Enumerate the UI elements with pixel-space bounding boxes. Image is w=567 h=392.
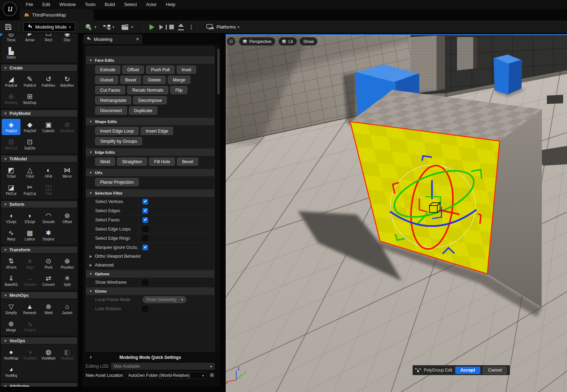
- checkbox-select-edges[interactable]: [142, 208, 148, 214]
- save-button[interactable]: [5, 20, 12, 33]
- play-button[interactable]: [150, 20, 154, 33]
- checkbox-show-wireframe[interactable]: [142, 280, 148, 285]
- tool-voxwrap[interactable]: ●VoxWrap: [2, 346, 20, 362]
- tool-weld[interactable]: ⊗Weld: [39, 301, 58, 317]
- dropdown-local-frame-mode[interactable]: From Geometry▾: [142, 296, 187, 303]
- checkbox-marquee-ignore-occlu-[interactable]: [142, 245, 148, 250]
- tool-plncut[interactable]: ◪PlnCut: [2, 182, 20, 198]
- section-header-shape-edits[interactable]: ▼Shape Edits: [86, 118, 214, 125]
- mode-selector[interactable]: Modeling Mode ▾: [23, 20, 75, 33]
- add-content-button[interactable]: ▾: [85, 20, 96, 33]
- tool-vsclpt[interactable]: ◖VSclpt: [2, 210, 20, 226]
- section-header-options[interactable]: ▼Options: [86, 270, 214, 277]
- section-header-gizmo[interactable]: ▼Gizmo: [86, 287, 214, 295]
- menu-help[interactable]: Help: [161, 0, 180, 9]
- button-insert-edge[interactable]: Insert Edge: [141, 127, 173, 135]
- skip-frame-button[interactable]: [159, 20, 167, 33]
- section-header-selection-filter[interactable]: ▼Selection Filter: [86, 189, 214, 197]
- palette-section-header[interactable]: ▼Attributes: [1, 383, 77, 387]
- tool-cubegr[interactable]: ▣CubeGr: [39, 119, 58, 135]
- button-retriangulate[interactable]: Retriangulate: [95, 96, 131, 104]
- floor-dark-panel[interactable]: [547, 95, 563, 104]
- tool-simplfy[interactable]: ▽Simplfy: [2, 301, 20, 317]
- blue-cube-right[interactable]: [495, 56, 523, 96]
- play-options-button[interactable]: ⋮: [189, 20, 194, 33]
- tool-pathext[interactable]: ✎PathExt: [20, 73, 39, 90]
- tool-disc[interactable]: ◉Disc: [58, 33, 77, 44]
- button-insert-edge-loop[interactable]: Insert Edge Loop: [95, 127, 139, 135]
- button-decompose[interactable]: Decompose: [133, 96, 167, 104]
- tool-voxmrph[interactable]: ◍VoxMrph: [39, 346, 58, 362]
- palette-section-header[interactable]: ▼PolyModel: [1, 110, 77, 117]
- tool-convert[interactable]: ⇄Convert: [39, 272, 58, 289]
- menu-edit[interactable]: Edit: [38, 0, 55, 9]
- level-tab[interactable]: ThirdPersonMap: [20, 9, 94, 20]
- quick-settings-header[interactable]: ▼ Modeling Mode Quick Settings: [86, 354, 215, 361]
- viewport-scene[interactable]: X Z Y: [226, 34, 567, 392]
- button-merge[interactable]: Merge: [168, 76, 190, 84]
- section-header-edge-edits[interactable]: ▼Edge Edits: [86, 148, 214, 156]
- menu-build[interactable]: Build: [100, 0, 120, 9]
- palette-section-header[interactable]: ▼TriModel: [1, 155, 77, 162]
- button-push-pull[interactable]: Push Pull: [146, 66, 175, 74]
- button-weld[interactable]: Weld: [95, 158, 115, 166]
- button-simplify-by-groups[interactable]: Simplify by Groups: [95, 137, 142, 145]
- tool-polydef[interactable]: ◆PolyDef: [20, 119, 39, 135]
- checkbox-lock-rotation[interactable]: [142, 306, 148, 312]
- platforms-button[interactable]: Platforms ▾: [206, 20, 239, 33]
- tool-polycut[interactable]: ✂PolyCut: [20, 182, 39, 198]
- panel-scrollbar-thumb[interactable]: [217, 49, 220, 94]
- checkbox-select-edge-loops[interactable]: [142, 226, 148, 232]
- asset-location-dropdown[interactable]: AutoGen Folder (World-Relative) ▾: [125, 372, 207, 379]
- tool-xform[interactable]: ⇅XForm: [2, 255, 20, 271]
- palette-section-header[interactable]: ▼Deform: [1, 201, 77, 208]
- section-header-uvs[interactable]: ▼UVs: [86, 169, 214, 176]
- button-planar-projection[interactable]: Planar Projection: [95, 178, 139, 186]
- button-outset[interactable]: Outset: [95, 76, 118, 84]
- section-header-face-edits[interactable]: ▼Face Edits: [86, 56, 214, 64]
- tool-bdryrev[interactable]: ↻BdryRev: [58, 73, 77, 90]
- tool-warp[interactable]: ∿Warp: [2, 227, 20, 243]
- tool-jacket[interactable]: ⌂Jacket: [58, 301, 77, 317]
- button-straighten[interactable]: Straighten: [117, 158, 147, 166]
- menu-actor[interactable]: Actor: [141, 0, 161, 9]
- tool-voxmrg[interactable]: ◕VoxMrg: [2, 363, 20, 380]
- eject-button[interactable]: [178, 20, 184, 33]
- tool-bakers[interactable]: ⇓BakeRS: [2, 272, 20, 289]
- panel-scrollbar[interactable]: [217, 48, 220, 350]
- tool-pivot[interactable]: ⊙Pivot: [39, 255, 58, 271]
- button-recalc-normals[interactable]: Recalc Normals: [127, 86, 168, 94]
- blueprints-button[interactable]: ▾: [103, 20, 114, 33]
- collapsed-section-advanced[interactable]: ▶Advanced: [86, 261, 214, 269]
- close-icon[interactable]: ✕: [136, 37, 139, 42]
- button-bevel[interactable]: Bevel: [177, 158, 198, 166]
- show-button[interactable]: Show: [300, 37, 317, 45]
- collapsed-section-ortho-viewport-behavior[interactable]: ▶Ortho Viewport Behavior: [86, 252, 214, 261]
- tool-mirror[interactable]: ⋈Mirror: [58, 164, 77, 180]
- palette-section-header[interactable]: ▼Create: [1, 65, 77, 71]
- button-disconnect[interactable]: Disconnect: [95, 106, 127, 115]
- accept-button[interactable]: Accept: [455, 367, 481, 374]
- perspective-button[interactable]: Perspective: [239, 37, 275, 45]
- tool-stairs[interactable]: ▙Stairs: [2, 45, 20, 61]
- tool-offset[interactable]: ⊚Offset: [58, 210, 77, 226]
- tool-polyext[interactable]: ◢PolyExt: [2, 73, 20, 90]
- tool-tried[interactable]: △TriEd: [20, 164, 39, 180]
- tool-polyed[interactable]: ◈PolyEd: [2, 119, 20, 135]
- cancel-button[interactable]: Cancel: [483, 367, 507, 374]
- checkbox-select-vertices[interactable]: [142, 199, 148, 204]
- tool-torus[interactable]: ◎Torus: [2, 33, 20, 44]
- palette-section-header[interactable]: ▼MeshOps: [1, 292, 77, 299]
- tab-modeling[interactable]: Modeling ✕: [83, 34, 142, 44]
- editing-lod-dropdown[interactable]: Max Available ▾: [111, 363, 215, 370]
- tool-mshdup[interactable]: ⊞MshDup: [20, 91, 39, 107]
- menu-select[interactable]: Select: [120, 0, 141, 9]
- tool-trisel[interactable]: ◩TriSel: [2, 164, 20, 180]
- lit-mode-button[interactable]: Lit: [279, 37, 297, 45]
- tool-smooth[interactable]: ◠Smooth: [39, 210, 58, 226]
- tool-lattice[interactable]: ▦Lattice: [20, 227, 39, 243]
- button-bevel[interactable]: Bevel: [120, 76, 141, 84]
- tool-hfill[interactable]: ◐HFill: [39, 164, 58, 180]
- gear-icon[interactable]: [209, 372, 215, 379]
- tool-merge[interactable]: ⊕Merge: [2, 318, 20, 334]
